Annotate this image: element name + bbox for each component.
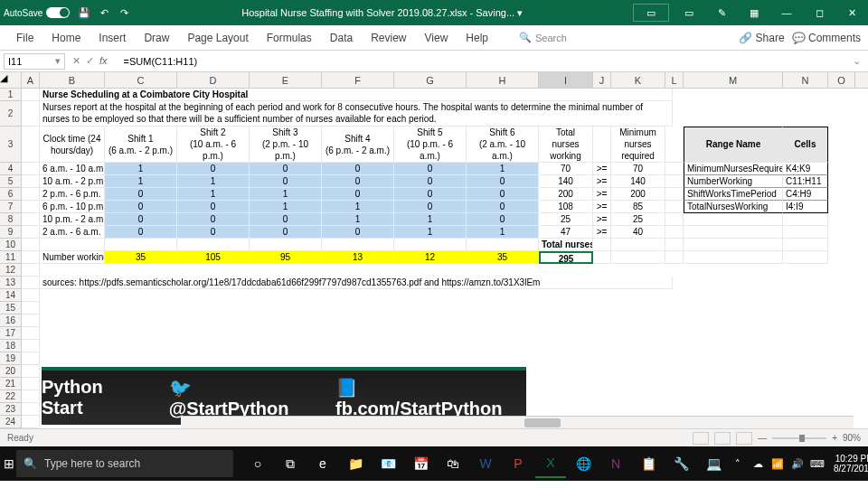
maximize-button[interactable]: ◻	[807, 4, 832, 22]
row-header[interactable]: 8	[0, 213, 22, 226]
tell-me-search[interactable]: 🔍 Search	[519, 32, 567, 43]
autosave-toggle[interactable]: AutoSave	[4, 7, 70, 18]
formula-input[interactable]: =SUM(C11:H11)	[120, 56, 853, 67]
cell[interactable]	[22, 289, 40, 302]
cell[interactable]	[22, 101, 40, 127]
cell[interactable]: 1	[394, 226, 467, 239]
cell[interactable]: >=	[593, 188, 611, 201]
row-header[interactable]: 20	[0, 365, 22, 378]
clock[interactable]: 10:29 PM 8/27/2019	[834, 454, 868, 474]
ribbon-tab-review[interactable]: Review	[362, 28, 415, 48]
cell[interactable]: >=	[593, 175, 611, 188]
cell[interactable]: 1	[322, 213, 394, 226]
cell[interactable]: Shift 3(2 p.m. - 10 p.m.)	[250, 127, 322, 163]
cell[interactable]: >=	[593, 226, 611, 239]
cell[interactable]: 0	[105, 188, 177, 201]
cell[interactable]: 35	[467, 251, 539, 264]
cell[interactable]: 1	[250, 188, 322, 201]
cell[interactable]: 6 a.m. - 10 a.m.	[40, 163, 105, 175]
cell[interactable]	[22, 277, 40, 289]
onenote-icon[interactable]: N	[600, 449, 631, 478]
row-header[interactable]: 10	[0, 239, 22, 251]
cell[interactable]	[105, 239, 177, 251]
cell[interactable]	[684, 239, 783, 251]
cell[interactable]: 105	[177, 251, 250, 264]
ribbon-tab-help[interactable]: Help	[457, 28, 497, 48]
zoom-out-button[interactable]: —	[758, 433, 767, 443]
chrome-icon[interactable]: 🌐	[568, 449, 599, 478]
app-icon[interactable]: ▦	[741, 4, 767, 22]
cell[interactable]: 0	[394, 175, 467, 188]
row-header[interactable]: 1	[0, 89, 22, 101]
app-icon-2[interactable]: 🔧	[665, 449, 696, 478]
cell[interactable]: 47	[539, 226, 593, 239]
cell[interactable]	[783, 213, 828, 226]
cell[interactable]	[665, 163, 684, 175]
cell[interactable]	[684, 213, 783, 226]
column-header[interactable]: M	[684, 72, 783, 88]
column-header[interactable]: G	[394, 72, 467, 88]
cell[interactable]	[177, 239, 250, 251]
cell[interactable]: 200	[611, 188, 665, 201]
cell[interactable]	[22, 302, 40, 314]
row-header[interactable]: 9	[0, 226, 22, 239]
cell[interactable]	[22, 314, 40, 327]
cell[interactable]: 40	[611, 226, 665, 239]
cell[interactable]	[22, 390, 40, 403]
row-header[interactable]: 24	[0, 416, 22, 428]
cell[interactable]: 2 p.m. - 6 p.m.	[40, 188, 105, 201]
pen-icon[interactable]: ✎	[709, 4, 734, 22]
cell[interactable]: Shift 1(6 a.m. - 2 p.m.)	[105, 127, 177, 163]
cell[interactable]: Shift 2(10 a.m. - 6 p.m.)	[177, 127, 250, 163]
cell[interactable]: 0	[394, 188, 467, 201]
cell[interactable]: Clock time (24 hours/day)	[40, 127, 105, 163]
cell[interactable]	[665, 251, 684, 264]
cell[interactable]	[22, 416, 40, 428]
ribbon-tab-file[interactable]: File	[7, 28, 42, 48]
cell[interactable]: 0	[177, 226, 250, 239]
cell[interactable]	[22, 264, 40, 277]
cell[interactable]: 1	[105, 175, 177, 188]
cell[interactable]: >=	[593, 201, 611, 213]
spreadsheet-grid[interactable]: ◢ ABCDEFGHIJKLMNO 1Nurse Scheduling at a…	[0, 72, 868, 428]
start-button[interactable]: ⊞	[4, 449, 14, 478]
cell[interactable]	[22, 327, 40, 340]
row-header[interactable]: 22	[0, 390, 22, 403]
cell[interactable]	[250, 239, 322, 251]
cell[interactable]: 0	[105, 213, 177, 226]
comments-button[interactable]: 💬 Comments	[792, 32, 861, 44]
cell[interactable]	[22, 226, 40, 239]
cell[interactable]: 0	[250, 213, 322, 226]
cell[interactable]: 0	[467, 188, 539, 201]
cell[interactable]	[611, 251, 665, 264]
cell[interactable]: 0	[177, 213, 250, 226]
cell[interactable]	[22, 251, 40, 264]
cell[interactable]: 10 a.m. - 2 p.m.	[40, 175, 105, 188]
page-break-view-icon[interactable]	[736, 432, 752, 445]
ribbon-tab-insert[interactable]: Insert	[90, 28, 135, 48]
explorer-icon[interactable]: 📁	[340, 449, 371, 478]
account-icon[interactable]: ▭	[633, 4, 669, 22]
cell[interactable]: Shift 6(2 a.m. - 10 a.m.)	[467, 127, 539, 163]
column-header[interactable]: O	[828, 72, 855, 88]
cell[interactable]: 0	[105, 201, 177, 213]
onedrive-icon[interactable]: ☁	[750, 458, 765, 470]
cell[interactable]: 0	[467, 213, 539, 226]
column-header[interactable]: D	[177, 72, 250, 88]
cell[interactable]	[665, 239, 684, 251]
column-header[interactable]: E	[250, 72, 322, 88]
cell[interactable]	[22, 175, 40, 188]
cell[interactable]: sources: https://pdfs.semanticscholar.or…	[40, 277, 673, 289]
close-button[interactable]: ✕	[839, 4, 864, 22]
cell[interactable]	[22, 188, 40, 201]
enter-icon[interactable]: ✓	[86, 55, 94, 67]
column-header[interactable]: B	[40, 72, 105, 88]
redo-icon[interactable]: ↷	[117, 5, 131, 20]
column-header[interactable]: I	[539, 72, 593, 88]
powerpoint-icon[interactable]: P	[503, 449, 533, 478]
cell[interactable]	[22, 352, 40, 365]
calendar-icon[interactable]: 📅	[405, 449, 436, 478]
cell[interactable]	[783, 239, 828, 251]
cell[interactable]: C11:H11	[783, 175, 828, 188]
cell[interactable]: 1	[467, 226, 539, 239]
